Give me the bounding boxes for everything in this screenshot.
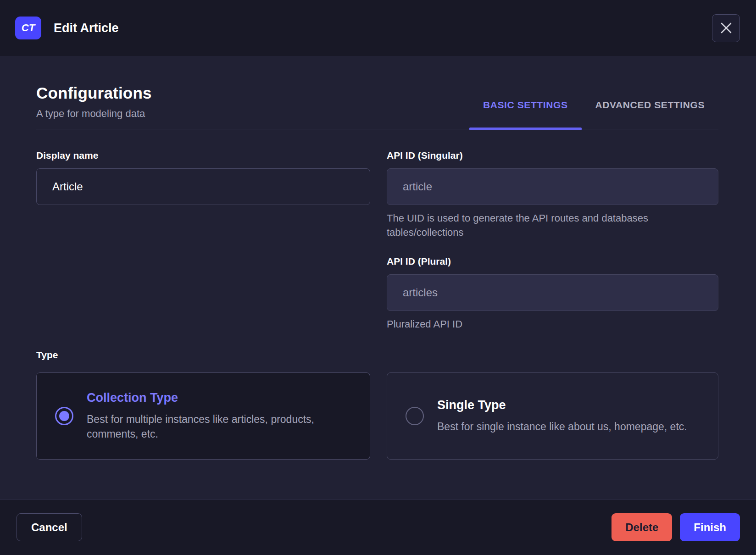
page-subtitle: A type for modeling data [36, 108, 152, 120]
display-name-group: Display name [36, 150, 370, 205]
configurations-titles: Configurations A type for modeling data [36, 84, 152, 129]
api-id-singular-label: API ID (Singular) [387, 150, 718, 161]
type-section: Type Collection Type Best for multiple i… [36, 350, 718, 460]
collection-type-card[interactable]: Collection Type Best for multiple instan… [36, 372, 370, 460]
type-cards: Collection Type Best for multiple instan… [36, 372, 718, 460]
cancel-button[interactable]: Cancel [17, 513, 82, 541]
content-type-badge-label: CT [22, 22, 35, 34]
radio-single-type[interactable] [406, 407, 424, 425]
tab-basic-settings[interactable]: BASIC SETTINGS [469, 100, 582, 129]
single-type-description: Best for single instance like about us, … [437, 419, 687, 434]
modal-body: Configurations A type for modeling data … [0, 56, 756, 499]
footer-actions: Delete Finish [611, 513, 740, 541]
content-type-badge: CT [15, 17, 41, 39]
display-name-input[interactable] [36, 168, 370, 205]
collection-type-title: Collection Type [87, 391, 344, 405]
api-id-singular-group: API ID (Singular) The UID is used to gen… [387, 150, 718, 239]
api-id-plural-group: API ID (Plural) Pluralized API ID [387, 256, 718, 331]
page-title: Configurations [36, 84, 152, 102]
form-column-left: Display name [36, 150, 370, 331]
api-id-singular-input [387, 168, 718, 205]
single-type-card[interactable]: Single Type Best for single instance lik… [387, 372, 718, 460]
radio-collection-type[interactable] [55, 407, 73, 425]
close-button[interactable] [712, 14, 740, 42]
configurations-header: Configurations A type for modeling data … [36, 84, 718, 129]
api-id-plural-hint: Pluralized API ID [387, 317, 683, 331]
edit-article-modal: CT Edit Article Configurations A type fo… [0, 0, 756, 555]
modal-header-left: CT Edit Article [15, 17, 119, 39]
modal-title: Edit Article [54, 21, 119, 35]
close-icon [720, 22, 732, 34]
modal-header: CT Edit Article [0, 0, 756, 56]
finish-button[interactable]: Finish [680, 513, 740, 541]
single-type-title: Single Type [437, 398, 687, 412]
display-name-label: Display name [36, 150, 370, 161]
form-grid: Display name API ID (Singular) The UID i… [36, 150, 718, 331]
radio-unselected-icon [406, 407, 424, 425]
api-id-singular-hint: The UID is used to generate the API rout… [387, 211, 683, 239]
form-column-right: API ID (Singular) The UID is used to gen… [387, 150, 718, 331]
delete-button[interactable]: Delete [611, 513, 672, 541]
tab-advanced-settings[interactable]: ADVANCED SETTINGS [582, 100, 719, 129]
modal-footer: Cancel Delete Finish [0, 499, 756, 555]
api-id-plural-label: API ID (Plural) [387, 256, 718, 267]
single-type-text: Single Type Best for single instance lik… [437, 398, 687, 434]
collection-type-text: Collection Type Best for multiple instan… [87, 391, 344, 441]
radio-selected-icon [55, 407, 73, 425]
settings-tabs: BASIC SETTINGS ADVANCED SETTINGS [469, 100, 718, 129]
type-label: Type [36, 350, 718, 361]
api-id-plural-input [387, 274, 718, 311]
collection-type-description: Best for multiple instances like article… [87, 412, 344, 441]
